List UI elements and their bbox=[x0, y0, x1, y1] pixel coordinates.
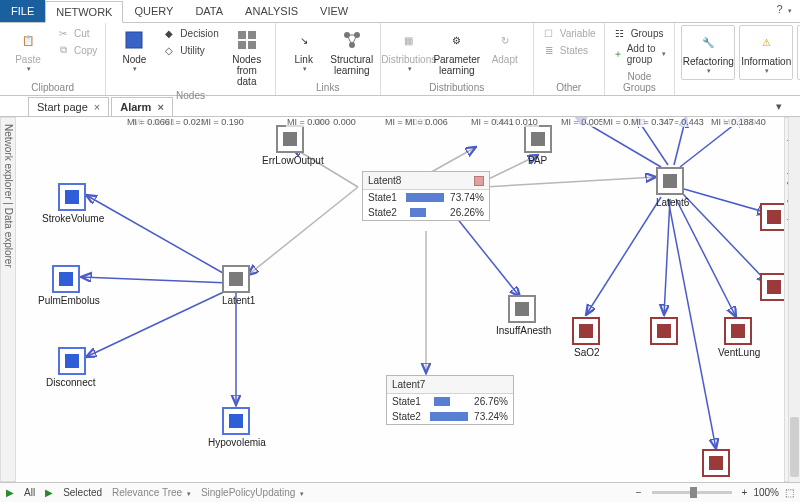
svg-rect-1 bbox=[238, 31, 246, 39]
state-row: State273.24% bbox=[387, 409, 513, 424]
variable-button[interactable]: ☐Variable bbox=[540, 25, 598, 41]
panel-latent8[interactable]: Latent8 State173.74% State226.26% bbox=[362, 171, 490, 221]
cut-button[interactable]: ✂Cut bbox=[54, 25, 99, 41]
copy-button[interactable]: ⧉Copy bbox=[54, 42, 99, 58]
scroll-thumb[interactable] bbox=[790, 417, 799, 477]
mi-label: MI = 0.006 bbox=[404, 117, 449, 127]
help-button[interactable]: ? ▾ bbox=[774, 0, 794, 22]
node-latent1[interactable] bbox=[222, 265, 250, 293]
node-button[interactable]: Node▾ bbox=[112, 25, 156, 76]
tab-start-page[interactable]: Start page× bbox=[28, 97, 109, 116]
svg-line-12 bbox=[81, 277, 230, 283]
tab-alarm[interactable]: Alarm× bbox=[111, 97, 173, 116]
status-bar: ▶ All ▶ Selected Relevance Tree ▾ Single… bbox=[0, 482, 800, 502]
structural-learning-button[interactable]: Structural learning bbox=[330, 25, 374, 79]
tab-overflow[interactable]: ▾ bbox=[776, 100, 782, 113]
tab-network[interactable]: NETWORK bbox=[45, 1, 123, 23]
slider-thumb[interactable] bbox=[690, 487, 697, 498]
group-node-groups: ☷Groups ＋Add to group▾ Node Groups bbox=[605, 23, 676, 95]
node-icon bbox=[122, 28, 146, 52]
group-label: Distributions bbox=[387, 82, 527, 95]
play-icon[interactable]: ▶ bbox=[6, 487, 14, 498]
left-rail[interactable]: Network explorer | Data explorer bbox=[0, 117, 16, 482]
link-icon: ↘ bbox=[292, 28, 316, 52]
panel-latent7[interactable]: Latent7 State126.76% State273.24% bbox=[386, 375, 514, 425]
groups-button[interactable]: ☷Groups bbox=[611, 25, 669, 41]
group-label: Node Groups bbox=[611, 71, 669, 95]
adapt-button[interactable]: ↻Adapt bbox=[483, 25, 527, 68]
mi-label: MI = 0.188 bbox=[710, 117, 755, 127]
tab-file[interactable]: FILE bbox=[0, 0, 45, 22]
node-pulmembolus[interactable] bbox=[52, 265, 80, 293]
add-group-icon: ＋ bbox=[613, 47, 623, 61]
status-tree[interactable]: Relevance Tree ▾ bbox=[112, 487, 191, 498]
zoom-slider[interactable] bbox=[652, 491, 732, 494]
status-all[interactable]: All bbox=[24, 487, 35, 498]
zoom-out[interactable]: − bbox=[636, 487, 642, 498]
node-label: ErrLowOutput bbox=[262, 155, 324, 166]
decision-button[interactable]: ◆Decision bbox=[160, 25, 220, 41]
svg-line-27 bbox=[682, 193, 768, 283]
pin-icon[interactable] bbox=[474, 176, 484, 186]
node-label: PAP bbox=[528, 155, 547, 166]
add-to-group-button[interactable]: ＋Add to group▾ bbox=[611, 42, 669, 66]
grid-icon bbox=[235, 28, 259, 52]
mi-label: MI = 0.000 bbox=[286, 117, 331, 127]
nodes-from-data-button[interactable]: Nodes from data bbox=[225, 25, 269, 90]
tab-data[interactable]: DATA bbox=[184, 0, 234, 22]
group-distributions: ▦Distributions▾ ⚙Parameter learning ↻Ada… bbox=[381, 23, 534, 95]
zoom-value[interactable]: 100% bbox=[753, 487, 779, 498]
rail-label: Network explorer | Data explorer bbox=[3, 118, 14, 268]
zoom-in[interactable]: + bbox=[742, 487, 748, 498]
group-links: ↘Link▾ Structural learning Links bbox=[276, 23, 381, 95]
adapt-icon: ↻ bbox=[493, 28, 517, 52]
tab-analysis[interactable]: ANALYSIS bbox=[234, 0, 309, 22]
node-label: Latent1 bbox=[222, 295, 255, 306]
tab-view[interactable]: VIEW bbox=[309, 0, 359, 22]
close-icon[interactable]: × bbox=[94, 101, 100, 113]
node-pap[interactable] bbox=[524, 125, 552, 153]
paste-icon: 📋 bbox=[16, 28, 40, 52]
vertical-scrollbar[interactable] bbox=[788, 117, 800, 482]
parameter-learning-button[interactable]: ⚙Parameter learning bbox=[435, 25, 479, 79]
zoom-fit-icon[interactable]: ⬚ bbox=[785, 487, 794, 498]
state-row: State226.26% bbox=[363, 205, 489, 220]
mi-label: MI = 0.005 bbox=[560, 117, 605, 127]
mi-label: MI = 0.066 bbox=[126, 117, 171, 127]
svg-rect-3 bbox=[238, 41, 246, 49]
group-label: Links bbox=[282, 82, 374, 95]
node-latent6[interactable] bbox=[656, 167, 684, 195]
groups-icon: ☷ bbox=[613, 26, 627, 40]
node-red5[interactable] bbox=[760, 203, 784, 231]
node-red6[interactable] bbox=[760, 273, 784, 301]
status-selected[interactable]: Selected bbox=[63, 487, 102, 498]
distributions-button[interactable]: ▦Distributions▾ bbox=[387, 25, 431, 76]
status-policy[interactable]: SinglePolicyUpdating ▾ bbox=[201, 487, 304, 498]
paste-button[interactable]: 📋 Paste▾ bbox=[6, 25, 50, 76]
svg-line-13 bbox=[86, 289, 230, 357]
node-sao2[interactable] bbox=[572, 317, 600, 345]
group-label: Clipboard bbox=[6, 82, 99, 95]
close-icon[interactable]: × bbox=[157, 101, 163, 113]
states-button[interactable]: ≣States bbox=[540, 42, 598, 58]
link-button[interactable]: ↘Link▾ bbox=[282, 25, 326, 76]
svg-line-11 bbox=[86, 195, 230, 277]
node-errlowoutput[interactable] bbox=[276, 125, 304, 153]
information-button[interactable]: ⚠Information▾ bbox=[739, 25, 793, 80]
refactoring-button[interactable]: 🔧Refactoring▾ bbox=[681, 25, 735, 80]
network-canvas[interactable]: StrokeVolume PulmEmbolus Disconnect Hypo… bbox=[16, 117, 784, 482]
group-clipboard: 📋 Paste▾ ✂Cut ⧉Copy Clipboard bbox=[0, 23, 106, 95]
refactoring-icon: 🔧 bbox=[696, 30, 720, 54]
node-disconnect[interactable] bbox=[58, 347, 86, 375]
node-strokevolume[interactable] bbox=[58, 183, 86, 211]
tab-query[interactable]: QUERY bbox=[123, 0, 184, 22]
utility-button[interactable]: ◇Utility bbox=[160, 42, 220, 58]
document-tabs: Start page× Alarm× ▾ bbox=[0, 96, 800, 117]
node-red4[interactable] bbox=[702, 449, 730, 477]
node-ventlung[interactable] bbox=[724, 317, 752, 345]
node-red2[interactable] bbox=[650, 317, 678, 345]
node-insuffanesth[interactable] bbox=[508, 295, 536, 323]
play-icon[interactable]: ▶ bbox=[45, 487, 53, 498]
node-hypovolemia[interactable] bbox=[222, 407, 250, 435]
svg-line-15 bbox=[292, 147, 358, 187]
